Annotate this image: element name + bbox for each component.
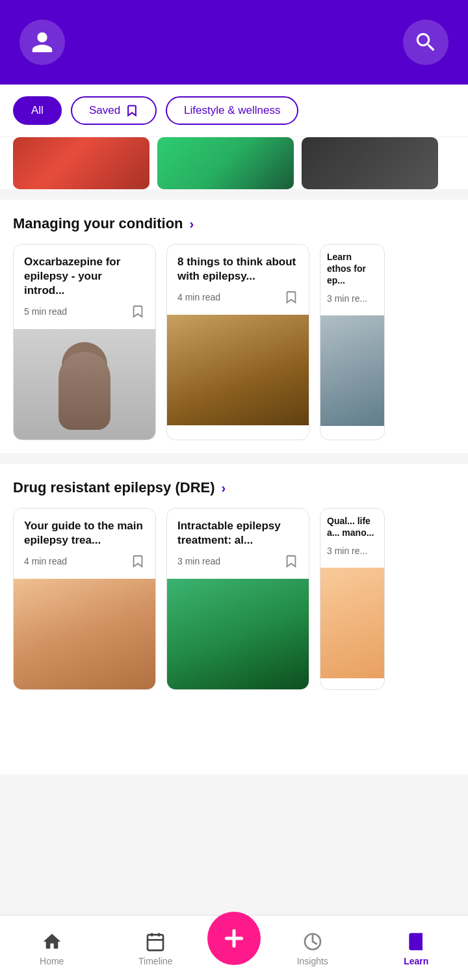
insights-svg: [302, 931, 323, 952]
section-managing-header: Managing your condition ›: [13, 215, 455, 232]
bottom-nav: Home Timeline Insights: [0, 915, 468, 980]
filter-saved[interactable]: Saved: [71, 96, 157, 125]
profile-button[interactable]: [20, 20, 65, 65]
section-dre-header: Drug resistant epilepsy (DRE) ›: [13, 479, 455, 496]
managing-card-3-image: [320, 315, 384, 426]
managing-card-1-bookmark[interactable]: [131, 304, 145, 319]
section-dre-title: Drug resistant epilepsy (DRE): [13, 479, 215, 496]
dre-card-2-title: Intractable epilepsy treatment: al...: [177, 519, 298, 548]
nav-learn-label: Learn: [404, 956, 428, 966]
timeline-icon: [144, 930, 167, 953]
managing-card-1[interactable]: Oxcarbazepine for epilepsy - your introd…: [13, 244, 156, 440]
search-icon: [413, 30, 438, 55]
managing-card-3-title: Learn ethos for ep...: [327, 251, 378, 287]
managing-card-3[interactable]: Learn ethos for ep... 3 min re...: [320, 244, 385, 440]
dre-card-3[interactable]: Qual... life a... mano... 3 min re...: [320, 508, 385, 690]
nav-home[interactable]: Home: [0, 930, 104, 966]
learn-svg: [406, 931, 426, 952]
filter-bar: All Saved Lifestyle & wellness: [0, 85, 468, 137]
nav-timeline-label: Timeline: [138, 956, 172, 966]
managing-card-1-readtime: 5 min read: [24, 306, 67, 317]
managing-card-3-meta: 3 min re...: [327, 293, 378, 304]
managing-card-2[interactable]: 8 things to think about with epilepsy...…: [166, 244, 309, 440]
section-managing-chevron[interactable]: ›: [190, 217, 194, 232]
dre-card-2-readtime: 3 min read: [177, 556, 220, 566]
managing-cards-row: Oxcarbazepine for epilepsy - your introd…: [13, 244, 455, 447]
top-cards-strip: [0, 137, 468, 189]
home-svg: [42, 931, 62, 952]
dre-card-2-meta: 3 min read: [177, 554, 298, 568]
managing-card-2-bookmark[interactable]: [284, 290, 298, 304]
timeline-svg: [145, 931, 166, 952]
nav-add-button[interactable]: [207, 912, 261, 965]
dre-card-1-top: Your guide to the main epilepsy trea... …: [14, 509, 155, 579]
search-button[interactable]: [403, 20, 448, 65]
dre-card-1-meta: 4 min read: [24, 554, 145, 568]
insights-icon: [301, 930, 324, 953]
dre-card-3-meta: 3 min re...: [327, 546, 378, 556]
filter-all[interactable]: All: [13, 96, 62, 125]
managing-card-1-title: Oxcarbazepine for epilepsy - your introd…: [24, 255, 145, 298]
dre-card-3-readtime: 3 min re...: [327, 546, 367, 556]
managing-card-1-image: [14, 329, 155, 440]
section-managing: Managing your condition › Oxcarbazepine …: [0, 200, 468, 453]
managing-card-2-image: [167, 315, 309, 425]
top-card-1[interactable]: [13, 137, 150, 189]
dre-card-2-image: [167, 579, 309, 689]
managing-card-2-title: 8 things to think about with epilepsy...: [177, 255, 298, 284]
top-card-2[interactable]: [157, 137, 294, 189]
nav-insights[interactable]: Insights: [261, 930, 365, 966]
top-card-3[interactable]: [302, 137, 438, 189]
profile-icon: [30, 30, 55, 55]
section-dre-chevron[interactable]: ›: [222, 481, 226, 496]
dre-card-1-image: [14, 579, 155, 689]
bookmark-icon: [125, 104, 138, 117]
home-icon: [40, 930, 64, 953]
dre-card-3-title: Qual... life a... mano...: [327, 515, 378, 538]
filter-lifestyle[interactable]: Lifestyle & wellness: [166, 96, 298, 125]
dre-card-1-bookmark[interactable]: [131, 554, 145, 568]
section-dre: Drug resistant epilepsy (DRE) › Your gui…: [0, 464, 468, 775]
dre-card-2-top: Intractable epilepsy treatment: al... 3 …: [167, 509, 309, 579]
nav-timeline[interactable]: Timeline: [104, 930, 208, 966]
dre-card-2-bookmark[interactable]: [284, 554, 298, 568]
section-managing-title: Managing your condition: [13, 215, 183, 232]
managing-card-3-readtime: 3 min re...: [327, 293, 367, 304]
managing-card-3-top: Learn ethos for ep... 3 min re...: [320, 245, 384, 315]
managing-card-2-meta: 4 min read: [177, 290, 298, 304]
nav-home-label: Home: [40, 956, 64, 966]
learn-icon: [404, 930, 428, 953]
managing-card-2-top: 8 things to think about with epilepsy...…: [167, 245, 309, 315]
managing-card-1-top: Oxcarbazepine for epilepsy - your introd…: [14, 245, 155, 329]
header: [0, 0, 468, 85]
dre-card-2[interactable]: Intractable epilepsy treatment: al... 3 …: [166, 508, 309, 690]
managing-card-2-readtime: 4 min read: [177, 292, 220, 302]
nav-insights-label: Insights: [297, 956, 328, 966]
dre-card-1-readtime: 4 min read: [24, 556, 67, 566]
dre-card-3-image: [320, 568, 384, 678]
svg-rect-0: [148, 934, 163, 950]
nav-learn[interactable]: Learn: [365, 930, 469, 966]
dre-card-1[interactable]: Your guide to the main epilepsy trea... …: [13, 508, 156, 690]
dre-card-1-title: Your guide to the main epilepsy trea...: [24, 519, 145, 548]
dre-cards-row: Your guide to the main epilepsy trea... …: [13, 508, 455, 696]
managing-card-1-meta: 5 min read: [24, 304, 145, 319]
dre-card-3-top: Qual... life a... mano... 3 min re...: [320, 509, 384, 567]
plus-icon: [221, 925, 247, 951]
